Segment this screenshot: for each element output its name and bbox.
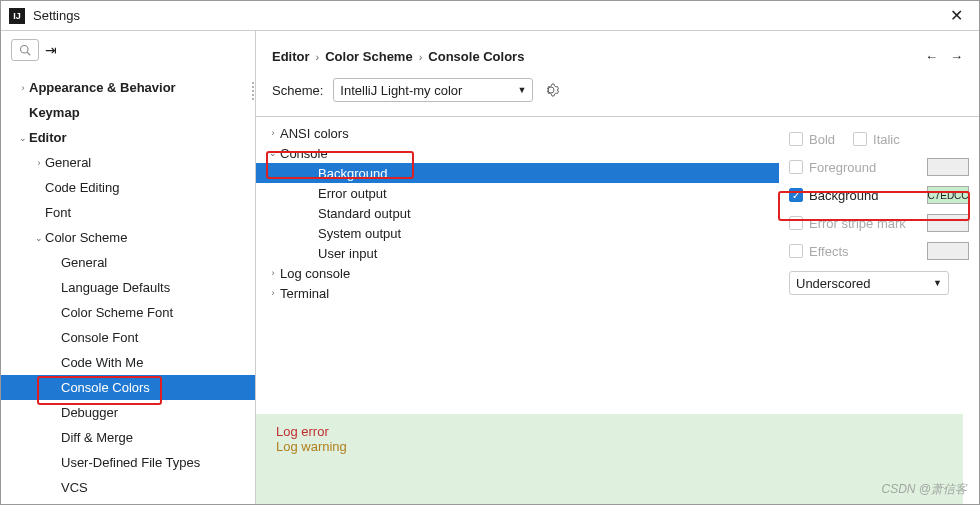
color-tree-item[interactable]: Error output (256, 183, 779, 203)
error-stripe-swatch[interactable] (927, 214, 969, 232)
close-icon[interactable]: ✕ (941, 1, 971, 31)
title-bar: IJ Settings ✕ (1, 1, 979, 31)
sidebar-item[interactable]: Language Defaults (1, 275, 255, 300)
error-stripe-label: Error stripe mark (809, 216, 906, 231)
chevron-icon: ⌄ (17, 133, 29, 143)
sidebar-item-label: Appearance & Behavior (29, 80, 176, 95)
effects-type: Underscored (796, 276, 870, 291)
sidebar-item[interactable]: Color Scheme Font (1, 300, 255, 325)
italic-checkbox (853, 132, 867, 146)
effects-swatch[interactable] (927, 242, 969, 260)
app-icon: IJ (9, 8, 25, 24)
foreground-label: Foreground (809, 160, 876, 175)
back-icon[interactable]: ← (925, 49, 938, 64)
sidebar-item[interactable]: ⌄Color Scheme (1, 225, 255, 250)
color-tree-item[interactable]: ›Terminal (256, 283, 779, 303)
sidebar-item[interactable]: User-Defined File Types (1, 450, 255, 475)
background-label: Background (809, 188, 878, 203)
gear-icon[interactable] (543, 82, 559, 98)
color-tree-label: Console (280, 146, 328, 161)
search-icon (19, 44, 31, 56)
sidebar-item-label: Debugger (61, 405, 118, 420)
sidebar-item-label: Keymap (29, 105, 80, 120)
preview-log-error: Log error (276, 424, 943, 439)
chevron-icon: › (266, 288, 280, 298)
sidebar-item[interactable]: ›Appearance & Behavior (1, 75, 255, 100)
bold-label: Bold (809, 132, 835, 147)
chevron-icon: › (266, 128, 280, 138)
sidebar-item-label: Code With Me (61, 355, 143, 370)
color-tree-item[interactable]: User input (256, 243, 779, 263)
bold-checkbox (789, 132, 803, 146)
sidebar-item[interactable]: Code Editing (1, 175, 255, 200)
settings-tree: ›Appearance & BehaviorKeymap⌄Editor›Gene… (1, 69, 255, 504)
color-tree-label: System output (318, 226, 401, 241)
color-tree-label: User input (318, 246, 377, 261)
sidebar-item-label: User-Defined File Types (61, 455, 200, 470)
sidebar-item[interactable]: Code With Me (1, 350, 255, 375)
sidebar-item[interactable]: ›General (1, 150, 255, 175)
color-tree-label: Log console (280, 266, 350, 281)
breadcrumb[interactable]: Console Colors (428, 49, 524, 64)
svg-line-1 (27, 52, 30, 55)
scheme-dropdown[interactable]: IntelliJ Light-my color ▼ (333, 78, 533, 102)
chevron-icon: ⌄ (33, 233, 45, 243)
chevron-icon: › (17, 83, 29, 93)
sidebar-item-label: General (45, 155, 91, 170)
effects-dropdown: Underscored ▼ (789, 271, 949, 295)
svg-point-0 (21, 46, 29, 54)
breadcrumb[interactable]: Color Scheme (325, 49, 412, 64)
background-swatch[interactable]: C7EDCC (927, 186, 969, 204)
breadcrumb-row: Editor › Color Scheme › Console Colors ←… (256, 31, 979, 74)
effects-checkbox[interactable] (789, 244, 803, 258)
sidebar-item[interactable]: General (1, 250, 255, 275)
sidebar-item-label: VCS (61, 480, 88, 495)
sidebar-item-label: Editor (29, 130, 67, 145)
chevron-down-icon: ▼ (517, 85, 526, 95)
sidebar-item-label: Color Scheme Font (61, 305, 173, 320)
error-stripe-checkbox[interactable] (789, 216, 803, 230)
watermark: CSDN @萧信客 (881, 481, 967, 498)
sidebar-item-label: Console Font (61, 330, 138, 345)
search-input[interactable] (11, 39, 39, 61)
breadcrumb[interactable]: Editor (272, 49, 310, 64)
color-tree-item[interactable]: System output (256, 223, 779, 243)
sidebar-item[interactable]: Font (1, 200, 255, 225)
color-tree-label: Terminal (280, 286, 329, 301)
preview-log-warning: Log warning (276, 439, 943, 454)
sidebar-item[interactable]: Diff & Merge (1, 425, 255, 450)
color-tree-label: Error output (318, 186, 387, 201)
window-title: Settings (33, 8, 941, 23)
preview-panel: Log error Log warning (256, 414, 963, 504)
sidebar-item[interactable]: ⌄Editor (1, 125, 255, 150)
sidebar-item-label: Diff & Merge (61, 430, 133, 445)
foreground-swatch[interactable] (927, 158, 969, 176)
sidebar-item[interactable]: Debugger (1, 400, 255, 425)
italic-label: Italic (873, 132, 900, 147)
sidebar-item[interactable]: Console Font (1, 325, 255, 350)
color-tree-item[interactable]: ›ANSI colors (256, 123, 779, 143)
sidebar-item-label: Code Editing (45, 180, 119, 195)
color-tree-label: ANSI colors (280, 126, 349, 141)
separator-icon: ⇥ (45, 42, 57, 58)
color-tree-item[interactable]: ›Log console (256, 263, 779, 283)
chevron-icon: › (33, 158, 45, 168)
forward-icon[interactable]: → (950, 49, 963, 64)
settings-sidebar: ⇥ ›Appearance & BehaviorKeymap⌄Editor›Ge… (1, 31, 256, 504)
color-tree-item[interactable]: ⌄Console (256, 143, 779, 163)
chevron-right-icon: › (419, 51, 423, 63)
color-tree-label: Background (318, 166, 387, 181)
chevron-icon: › (266, 268, 280, 278)
background-checkbox[interactable]: ✓ (789, 188, 803, 202)
color-tree-item[interactable]: Background (256, 163, 779, 183)
sidebar-item[interactable]: VCS (1, 475, 255, 500)
chevron-down-icon: ▼ (933, 278, 942, 288)
color-tree-label: Standard output (318, 206, 411, 221)
scheme-label: Scheme: (272, 83, 323, 98)
scheme-value: IntelliJ Light-my color (340, 83, 462, 98)
foreground-checkbox[interactable] (789, 160, 803, 174)
sidebar-item[interactable]: Console Colors (1, 375, 255, 400)
sidebar-item[interactable]: Keymap (1, 100, 255, 125)
sidebar-item-label: General (61, 255, 107, 270)
color-tree-item[interactable]: Standard output (256, 203, 779, 223)
